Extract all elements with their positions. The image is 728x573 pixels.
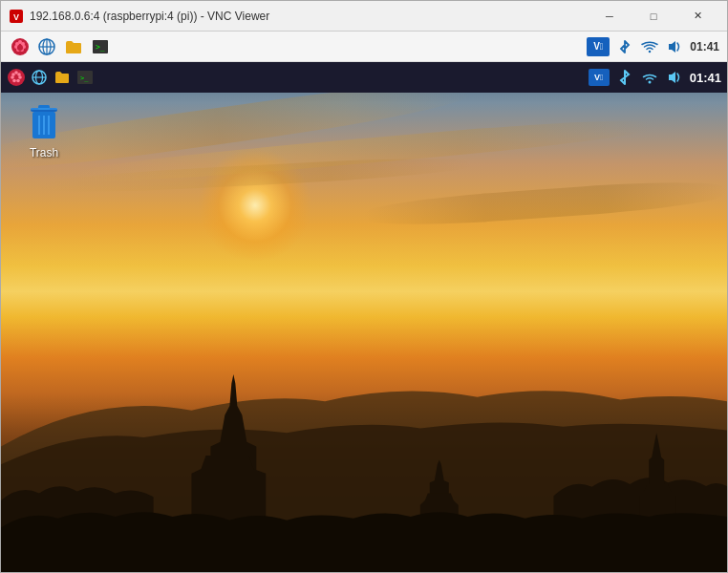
silhouette-layer: [1, 266, 727, 572]
svg-text:>_: >_: [80, 74, 89, 82]
bluetooth-icon[interactable]: [615, 37, 634, 56]
titlebar: V 192.168.0.6:4 (raspberrypi:4 (pi)) - V…: [1, 1, 727, 32]
svg-point-30: [648, 81, 651, 84]
close-button[interactable]: ✕: [675, 1, 719, 32]
rpi-volume-icon[interactable]: [665, 68, 684, 87]
rpi-menu-icon[interactable]: [7, 68, 26, 87]
app-icon: V: [9, 9, 24, 24]
svg-point-20: [14, 71, 18, 74]
vnc-tray-icon[interactable]: V⃥: [589, 69, 610, 86]
rpi-wifi-icon[interactable]: [640, 68, 659, 87]
raspberrypi-taskbar: >_ V⃥: [1, 62, 727, 93]
trash-label: Trash: [30, 146, 58, 159]
minimize-button[interactable]: ─: [588, 1, 632, 32]
rpi-clock: 01:41: [690, 71, 721, 85]
svg-point-10: [17, 45, 23, 51]
desktop-icons: Trash: [11, 100, 77, 163]
svg-point-22: [18, 75, 22, 79]
svg-point-5: [18, 40, 22, 44]
globe-icon[interactable]: [35, 35, 58, 58]
window-controls: ─ □ ✕: [588, 1, 719, 32]
svg-point-24: [16, 79, 20, 83]
rpi-globe-icon[interactable]: [30, 68, 49, 87]
svg-text:V: V: [13, 12, 19, 22]
svg-point-23: [12, 79, 16, 83]
svg-rect-37: [31, 108, 57, 110]
rpi-folder-icon[interactable]: [53, 68, 72, 87]
maximize-button[interactable]: □: [632, 1, 675, 32]
system-tray: V⃥: [587, 37, 719, 56]
trash-icon-img: [25, 104, 63, 142]
svg-text:>_: >_: [96, 43, 105, 52]
raspberry-icon[interactable]: [9, 35, 32, 58]
sun-glow: [198, 148, 312, 263]
terminal-icon[interactable]: >_: [89, 35, 112, 58]
toolbar: >_ V⃥: [1, 32, 727, 62]
wifi-icon[interactable]: [640, 37, 659, 56]
folder-icon[interactable]: [62, 35, 85, 58]
svg-point-21: [11, 75, 14, 79]
vnc-viewer-window: V 192.168.0.6:4 (raspberrypi:4 (pi)) - V…: [0, 0, 728, 573]
volume-icon[interactable]: [665, 37, 684, 56]
vnc-logo-tray[interactable]: V⃥: [587, 37, 610, 56]
window-title: 192.168.0.6:4 (raspberrypi:4 (pi)) - VNC…: [30, 10, 588, 23]
system-time: 01:41: [690, 40, 719, 53]
trash-icon[interactable]: Trash: [11, 100, 77, 163]
rpi-system-tray: V⃥: [589, 68, 721, 87]
rpi-terminal-icon[interactable]: >_: [75, 68, 95, 87]
vnc-desktop[interactable]: >_ V⃥: [1, 62, 727, 572]
rpi-bluetooth-icon[interactable]: [615, 68, 634, 87]
